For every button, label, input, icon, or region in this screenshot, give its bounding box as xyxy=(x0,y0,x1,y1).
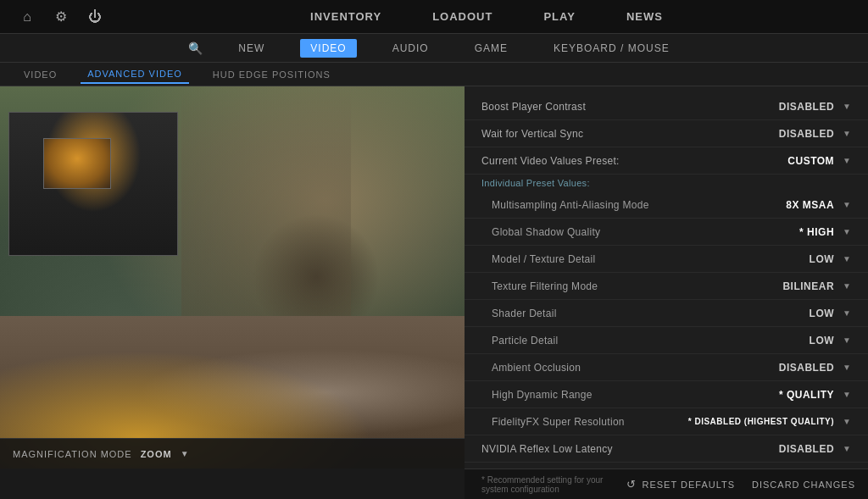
setting-preset[interactable]: Current Video Values Preset: CUSTOM ▼ xyxy=(465,147,868,175)
nav-loadout[interactable]: LOADOUT xyxy=(432,7,492,26)
shadow-arrow[interactable]: ▼ xyxy=(843,227,851,236)
setting-boost-contrast-value: DISABLED xyxy=(779,101,834,113)
setting-shadow-control[interactable]: * HIGH ▼ xyxy=(715,226,851,238)
setting-preset-label: Current Video Values Preset: xyxy=(481,155,715,167)
individual-preset-label: Individual Preset Values: xyxy=(465,175,868,191)
shader-arrow[interactable]: ▼ xyxy=(843,308,851,318)
discard-changes-button[interactable]: DISCARD CHANGES xyxy=(752,480,855,490)
setting-boost-contrast[interactable]: Boost Player Contrast DISABLED ▼ xyxy=(465,93,868,120)
setting-filtering-control[interactable]: BILINEAR ▼ xyxy=(715,280,851,292)
bottom-bar: * Recommended setting for your system co… xyxy=(465,469,868,499)
setting-hdr-label: High Dynamic Range xyxy=(481,389,715,401)
search-icon[interactable]: 🔍 xyxy=(188,42,203,55)
texture-arrow[interactable]: ▼ xyxy=(843,254,851,263)
boost-contrast-arrow[interactable]: ▼ xyxy=(843,102,851,111)
reset-icon: ↺ xyxy=(626,478,637,491)
ao-arrow[interactable]: ▼ xyxy=(843,363,851,372)
home-icon[interactable]: ⌂ xyxy=(17,7,37,27)
reset-defaults-button[interactable]: ↺ RESET DEFAULTS xyxy=(626,478,735,491)
setting-ao-control[interactable]: DISABLED ▼ xyxy=(715,362,851,374)
setting-shader-control[interactable]: LOW ▼ xyxy=(715,308,851,319)
setting-reflex-value: DISABLED xyxy=(779,443,834,455)
setting-hdr-control[interactable]: * QUALITY ▼ xyxy=(715,389,851,401)
tab-advanced-video[interactable]: ADVANCED VIDEO xyxy=(81,65,189,84)
top-bar: ⌂ ⚙ ⏻ INVENTORY LOADOUT PLAY NEWS xyxy=(0,0,868,34)
setting-msaa-value: 8X MSAA xyxy=(786,199,834,211)
setting-boost-contrast-control[interactable]: DISABLED ▼ xyxy=(715,101,851,113)
particle-arrow[interactable]: ▼ xyxy=(843,335,851,345)
subnav-audio[interactable]: AUDIO xyxy=(382,39,439,58)
main-content: Magnification Mode ZOOM ▼ Boost Player C… xyxy=(0,86,868,469)
setting-particle-label: Particle Detail xyxy=(481,335,715,347)
power-icon[interactable]: ⏻ xyxy=(85,7,105,27)
pip-window xyxy=(8,112,178,256)
recommended-text: * Recommended setting for your system co… xyxy=(477,475,609,494)
tab-video[interactable]: VIDEO xyxy=(17,66,64,83)
magnification-bar: Magnification Mode ZOOM ▼ xyxy=(0,438,465,469)
setting-boost-contrast-label: Boost Player Contrast xyxy=(481,101,715,113)
setting-vsync-control[interactable]: DISABLED ▼ xyxy=(715,128,851,140)
setting-ao-label: Ambient Occlusion xyxy=(481,362,715,374)
setting-fsr-control[interactable]: * DISABLED (HIGHEST QUALITY) ▼ xyxy=(688,417,851,426)
pip-screen xyxy=(43,138,111,189)
setting-texture[interactable]: Model / Texture Detail LOW ▼ xyxy=(465,246,868,273)
setting-reflex-label: NVIDIA Reflex Low Latency xyxy=(481,443,715,455)
tab-hud-edge[interactable]: HUD EDGE POSITIONS xyxy=(206,66,337,83)
setting-vsync-label: Wait for Vertical Sync xyxy=(481,128,715,140)
magnification-dropdown-arrow[interactable]: ▼ xyxy=(181,449,189,458)
setting-filtering-label: Texture Filtering Mode xyxy=(481,280,715,292)
setting-shadow[interactable]: Global Shadow Quality * HIGH ▼ xyxy=(465,219,868,246)
tab-bar: VIDEO ADVANCED VIDEO HUD EDGE POSITIONS xyxy=(0,63,868,86)
game-screenshot xyxy=(0,86,465,469)
left-panel: Magnification Mode ZOOM ▼ xyxy=(0,86,465,469)
vsync-arrow[interactable]: ▼ xyxy=(843,129,851,138)
magnification-value[interactable]: ZOOM xyxy=(141,449,172,459)
nav-play[interactable]: PLAY xyxy=(543,7,575,26)
setting-ao-value: DISABLED xyxy=(779,362,834,374)
setting-shader[interactable]: Shader Detail LOW ▼ xyxy=(465,300,868,327)
setting-shader-label: Shader Detail xyxy=(481,308,715,319)
top-bar-left: ⌂ ⚙ ⏻ xyxy=(17,7,105,27)
setting-texture-label: Model / Texture Detail xyxy=(481,253,715,265)
setting-hdr[interactable]: High Dynamic Range * QUALITY ▼ xyxy=(465,381,868,408)
setting-fsr-label: FidelityFX Super Resolution xyxy=(481,416,688,428)
filtering-arrow[interactable]: ▼ xyxy=(843,281,851,291)
setting-shadow-label: Global Shadow Quality xyxy=(481,226,715,238)
magnification-label: Magnification Mode xyxy=(13,449,132,459)
setting-ao[interactable]: Ambient Occlusion DISABLED ▼ xyxy=(465,354,868,381)
setting-msaa[interactable]: Multisampling Anti-Aliasing Mode 8X MSAA… xyxy=(465,191,868,219)
setting-particle-control[interactable]: LOW ▼ xyxy=(715,335,851,347)
setting-particle-value: LOW xyxy=(810,335,835,347)
setting-vsync-value: DISABLED xyxy=(779,128,834,140)
nav-news[interactable]: NEWS xyxy=(626,7,663,26)
hdr-arrow[interactable]: ▼ xyxy=(843,390,851,399)
right-panel: Boost Player Contrast DISABLED ▼ Wait fo… xyxy=(465,86,868,469)
preset-arrow[interactable]: ▼ xyxy=(843,156,851,165)
fsr-arrow[interactable]: ▼ xyxy=(843,417,851,426)
setting-vsync[interactable]: Wait for Vertical Sync DISABLED ▼ xyxy=(465,120,868,147)
subnav-video[interactable]: VIDEO xyxy=(300,39,356,58)
setting-texture-value: LOW xyxy=(810,253,835,265)
setting-preset-value: CUSTOM xyxy=(787,155,834,167)
setting-filtering[interactable]: Texture Filtering Mode BILINEAR ▼ xyxy=(465,273,868,300)
setting-hdr-value: * QUALITY xyxy=(779,389,834,401)
setting-preset-control[interactable]: CUSTOM ▼ xyxy=(715,155,851,167)
reflex-arrow[interactable]: ▼ xyxy=(843,444,851,453)
setting-reflex[interactable]: NVIDIA Reflex Low Latency DISABLED ▼ xyxy=(465,435,868,463)
settings-icon[interactable]: ⚙ xyxy=(51,7,71,27)
setting-msaa-label: Multisampling Anti-Aliasing Mode xyxy=(481,199,715,211)
setting-msaa-control[interactable]: 8X MSAA ▼ xyxy=(715,199,851,211)
setting-fsr-value: * DISABLED (HIGHEST QUALITY) xyxy=(688,417,834,426)
setting-fsr[interactable]: FidelityFX Super Resolution * DISABLED (… xyxy=(465,408,868,435)
setting-shadow-value: * HIGH xyxy=(799,226,834,238)
setting-texture-control[interactable]: LOW ▼ xyxy=(715,253,851,265)
subnav-game[interactable]: GAME xyxy=(465,39,518,58)
discard-changes-label: DISCARD CHANGES xyxy=(752,480,855,490)
sub-nav: 🔍 NEW VIDEO AUDIO GAME KEYBOARD / MOUSE xyxy=(0,34,868,63)
subnav-keyboard[interactable]: KEYBOARD / MOUSE xyxy=(543,39,680,58)
setting-particle[interactable]: Particle Detail LOW ▼ xyxy=(465,327,868,354)
setting-reflex-control[interactable]: DISABLED ▼ xyxy=(715,443,851,455)
subnav-new[interactable]: NEW xyxy=(228,39,275,58)
msaa-arrow[interactable]: ▼ xyxy=(843,200,851,209)
nav-inventory[interactable]: INVENTORY xyxy=(310,7,381,26)
